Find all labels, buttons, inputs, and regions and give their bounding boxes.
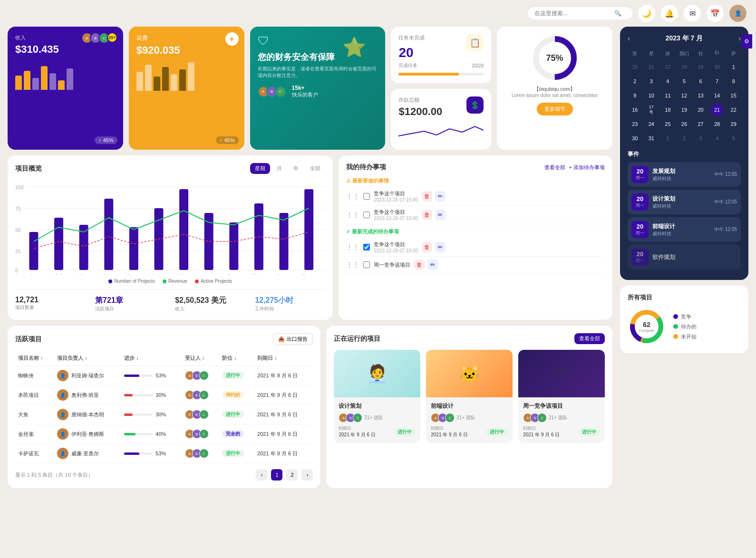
cal-day[interactable]: 18: [661, 104, 674, 116]
todo-checkbox-extra-1[interactable]: [363, 261, 370, 268]
todo-delete-d1[interactable]: 🗑: [422, 242, 432, 252]
todo-edit-d1[interactable]: ✏: [435, 242, 446, 252]
export-button[interactable]: 📤 出口报告: [273, 333, 313, 345]
cal-day[interactable]: 2: [629, 75, 641, 87]
expense-add-button[interactable]: +: [225, 32, 239, 46]
tab-month[interactable]: 月: [272, 163, 287, 174]
project-name: 前端设计: [431, 402, 508, 410]
cal-day[interactable]: 1: [661, 132, 674, 144]
cal-day[interactable]: 15: [727, 89, 740, 102]
todo-edit-2[interactable]: ✏: [435, 210, 446, 220]
cal-day[interactable]: 8: [727, 75, 740, 87]
cal-day[interactable]: 4: [661, 75, 674, 87]
cal-day[interactable]: 7: [711, 75, 723, 87]
todo-edit-1[interactable]: ✏: [435, 191, 446, 202]
project-card[interactable]: 🐱 前端设计 A B C 21+ 团队 到期日 2021 年 9 月 6 日 进…: [426, 350, 513, 443]
cal-day[interactable]: 28: [678, 61, 690, 73]
cal-day[interactable]: 30: [711, 61, 723, 73]
cal-day[interactable]: 27: [661, 61, 674, 73]
cal-day[interactable]: 27: [695, 118, 707, 130]
table-row: 本邑项目 👤 奥利弗·班亚 30% A B C 停约的 2021 年 9 月 6…: [15, 385, 313, 405]
cal-day-today[interactable]: 21: [711, 104, 723, 116]
cal-day[interactable]: 26: [645, 61, 658, 73]
todo-view-all[interactable]: 查看全部: [544, 164, 565, 171]
cal-day[interactable]: 1: [727, 61, 740, 73]
search-box[interactable]: 🔍: [528, 7, 632, 19]
cal-day[interactable]: 5: [678, 75, 690, 87]
expense-chart: [136, 62, 237, 91]
todo-delete-1[interactable]: 🗑: [422, 191, 432, 202]
tab-year[interactable]: 年: [289, 163, 303, 174]
more-details-button[interactable]: 更多细节: [537, 103, 573, 115]
svg-text:75: 75: [15, 206, 21, 212]
page-2[interactable]: 2: [286, 469, 298, 481]
cal-day[interactable]: 29: [695, 61, 707, 73]
tab-all[interactable]: 全部: [305, 163, 325, 174]
bell-button[interactable]: 🔔: [661, 5, 678, 22]
project-card[interactable]: 🧑‍💼 设计策划 A B C 21+ 团队 到期日 2021 年 9 月 6 日…: [334, 350, 420, 443]
cal-event-1[interactable]: 20 周一 发展规划 威特科技 中午 12:05: [628, 162, 741, 187]
cal-day[interactable]: 20: [695, 104, 707, 116]
active-projects-header: 活跃项目 📤 出口报告: [15, 333, 313, 345]
right-cards-col: 任务未完成 20 📋 完成任务 20/28 存款总额: [391, 27, 491, 150]
todo-links[interactable]: 查看全部 + 添加待办事项: [544, 164, 605, 171]
cal-day[interactable]: 25: [661, 118, 674, 130]
cal-event-time-2: 中午 12:05: [714, 199, 737, 205]
cal-day[interactable]: 22: [727, 104, 740, 116]
cal-day[interactable]: 19: [678, 104, 690, 116]
todo-checkbox-done-1[interactable]: [363, 244, 370, 250]
cal-day[interactable]: 28: [711, 118, 723, 130]
cal-day[interactable]: 4: [711, 132, 723, 144]
todo-checkbox-2[interactable]: [363, 212, 370, 218]
cal-day[interactable]: 26: [678, 118, 690, 130]
svg-text:Jul: Jul: [178, 273, 184, 275]
all-projects-card: 所有项目 62 Compete 竞争: [620, 286, 748, 353]
table-row: 金丝雀 👤 伊利亚·詹姆斯 40% A B C 完全的 2021 年 9 月 6…: [15, 424, 313, 444]
cal-event-4[interactable]: 20 周一 软件规划: [628, 245, 741, 269]
avatar[interactable]: 👤: [729, 5, 746, 22]
cal-day[interactable]: 3: [695, 132, 707, 144]
project-card[interactable]: 〰 周一竞争该项目 A B C 21+ 团队 到期日 2021 年 9 月 6 …: [518, 350, 605, 443]
cal-day[interactable]: 6: [695, 75, 707, 87]
cal-prev[interactable]: ‹: [628, 34, 630, 43]
project-team: A B C 21+ 团队: [431, 413, 508, 423]
todo-delete-e1[interactable]: 🗑: [414, 260, 425, 270]
svg-text:Jun: Jun: [152, 273, 159, 275]
cal-event-2[interactable]: 20 周一 设计策划 威特科技 中午 12:05: [628, 190, 741, 214]
cal-event-3[interactable]: 20 周一 前端设计 威特科技 中午 12:05: [628, 217, 741, 242]
cal-day[interactable]: 13: [695, 89, 707, 102]
cal-event-info-2: 设计策划 威特科技: [652, 195, 710, 210]
todo-delete-2[interactable]: 🗑: [422, 210, 432, 220]
cal-day[interactable]: 30: [629, 132, 641, 144]
cal-day[interactable]: 25: [629, 61, 641, 73]
todo-edit-e1[interactable]: ✏: [427, 260, 438, 270]
view-all-button[interactable]: 查看全部: [574, 333, 605, 344]
prev-page[interactable]: ‹: [256, 469, 267, 481]
cal-next[interactable]: ›: [738, 34, 741, 43]
todo-checkbox-1[interactable]: [363, 193, 370, 200]
cal-day[interactable]: 12: [678, 89, 690, 102]
calendar-button[interactable]: 📅: [707, 5, 724, 22]
search-input[interactable]: [534, 10, 611, 17]
cal-day[interactable]: 9: [629, 89, 641, 102]
mail-button[interactable]: ✉: [684, 5, 701, 22]
cal-day[interactable]: 2: [678, 132, 690, 144]
cal-day[interactable]: 16: [629, 104, 641, 116]
cal-day[interactable]: 24: [645, 118, 658, 130]
page-1[interactable]: 1: [271, 469, 282, 481]
cal-day[interactable]: 23: [629, 118, 641, 130]
cal-day[interactable]: 29: [727, 118, 740, 130]
calendar-settings[interactable]: ⚙: [741, 34, 752, 48]
cal-day[interactable]: 5: [727, 132, 740, 144]
cal-day[interactable]: 17号: [645, 104, 658, 116]
cal-day[interactable]: 31: [645, 132, 658, 144]
cal-day[interactable]: 3: [645, 75, 658, 87]
todo-add[interactable]: + 添加待办事项: [569, 164, 605, 171]
cal-day[interactable]: 14: [711, 89, 723, 102]
stat-active: 第721章 活跃项目: [95, 296, 165, 312]
moon-button[interactable]: 🌙: [638, 5, 655, 22]
cal-day[interactable]: 11: [661, 89, 674, 102]
cal-day[interactable]: 10: [645, 89, 658, 102]
next-page[interactable]: ›: [301, 469, 313, 481]
tab-week[interactable]: 星期: [250, 163, 270, 174]
